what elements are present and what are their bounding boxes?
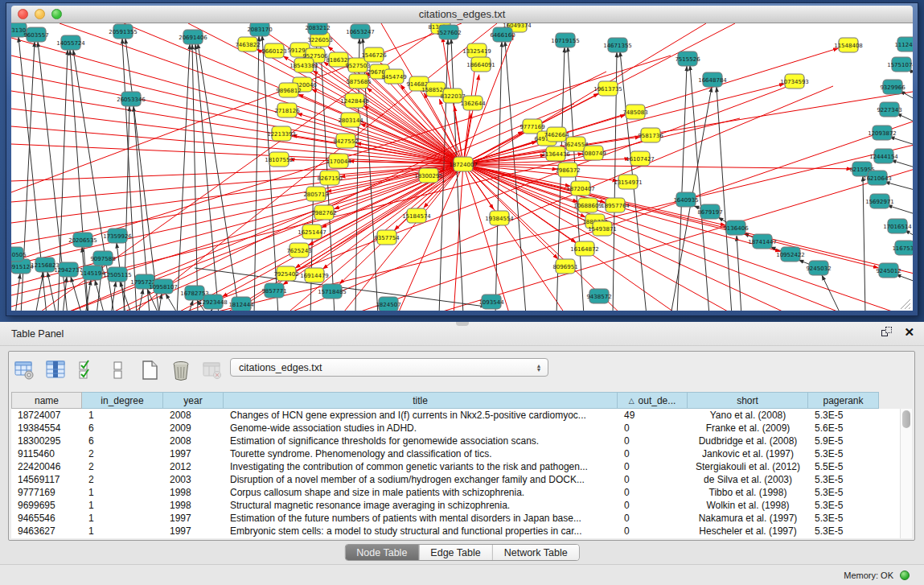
graph-node[interactable]: 1167533 <box>892 241 913 255</box>
graph-node[interactable]: 20691406 <box>179 30 207 44</box>
graph-node[interactable]: 1527602 <box>436 25 461 39</box>
graph-node[interactable]: 20206535 <box>68 233 97 247</box>
graph-node[interactable]: 10653247 <box>346 24 375 39</box>
column-header-out_de[interactable]: △out_de... <box>618 392 688 409</box>
graph-node[interactable]: 1362644 <box>460 96 486 110</box>
canvas-resize-grip-icon[interactable] <box>901 299 910 309</box>
close-panel-icon[interactable]: ✕ <box>904 327 914 338</box>
graph-node[interactable]: 9438572 <box>586 289 611 303</box>
table-row[interactable]: 946554611997Estimation of the future num… <box>11 512 910 525</box>
graph-node[interactable]: 10734593 <box>780 74 809 89</box>
clear-selection-icon[interactable] <box>108 360 129 381</box>
graph-node[interactable]: 5875685 <box>346 74 371 89</box>
column-header-title[interactable]: title <box>224 392 618 409</box>
graph-node[interactable]: 9245012 <box>876 263 901 278</box>
graph-node[interactable]: 7485083 <box>622 105 647 119</box>
show-columns-icon[interactable] <box>45 360 66 381</box>
tab-node-table[interactable]: Node Table <box>345 545 418 560</box>
new-file-icon[interactable] <box>139 360 160 381</box>
graph-node[interactable]: 1080749 <box>581 146 606 160</box>
table-panel-header[interactable]: Table Panel ✕ <box>0 322 924 346</box>
graph-node[interactable]: 9227343 <box>877 102 901 117</box>
table-row[interactable]: 1938455462009Genome-wide association stu… <box>11 422 910 435</box>
network-window-titlebar[interactable]: citations_edges.txt <box>11 6 913 23</box>
graph-node[interactable]: 10952422 <box>776 247 805 262</box>
graph-node[interactable]: 9896812 <box>276 83 301 97</box>
graph-node[interactable]: 7463822 <box>235 37 260 51</box>
graph-node[interactable]: 15751074 <box>887 57 913 72</box>
graph-node[interactable]: 13154971 <box>614 175 643 189</box>
graph-node[interactable]: 9603557 <box>23 27 48 42</box>
graph-node[interactable]: 8427552 <box>333 134 358 148</box>
graph-node[interactable]: 2083170 <box>247 23 272 36</box>
column-header-name[interactable]: name <box>11 392 82 409</box>
graph-node[interactable]: 26053346 <box>117 92 146 106</box>
graph-node[interactable]: 17359926 <box>103 229 132 243</box>
select-all-icon[interactable] <box>76 360 97 381</box>
graph-node[interactable]: 7986372 <box>555 163 580 177</box>
graph-node[interactable]: 1824507 <box>376 297 400 311</box>
table-header-row[interactable]: namein_degreeyeartitle△out_de...shortpag… <box>11 392 879 409</box>
graph-node[interactable]: 19384554 <box>485 211 514 225</box>
graph-node[interactable]: 7515526 <box>675 51 700 66</box>
graph-node[interactable]: 16251447 <box>298 225 326 239</box>
graph-node[interactable]: 9581736 <box>638 128 663 142</box>
graph-node[interactable]: 9857771 <box>261 283 286 298</box>
citation-network-graph[interactable]: 1872400774638229660123591295432260539527… <box>11 23 913 311</box>
table-row[interactable]: 977716911998Corpus callosum shape and si… <box>11 486 910 499</box>
table-row[interactable]: 946362711997Embryonic stem cells: a mode… <box>11 525 910 538</box>
graph-node[interactable]: 14055724 <box>56 35 85 50</box>
tab-network-table[interactable]: Network Table <box>492 545 579 560</box>
graph-node[interactable]: 2805713 <box>303 187 328 201</box>
graph-node[interactable]: 7982762 <box>311 205 336 220</box>
graph-node[interactable]: 2803144 <box>338 113 363 127</box>
table-row[interactable]: 911546021997Tourette syndrome. Phenomeno… <box>11 447 910 460</box>
graph-node[interactable]: 2083212 <box>305 23 330 35</box>
graph-node[interactable]: 8454749 <box>381 69 406 84</box>
delete-trash-icon[interactable] <box>170 360 191 381</box>
graph-node[interactable]: 8679197 <box>697 204 722 219</box>
table-row[interactable]: 2242004622012Investigating the contribut… <box>11 460 910 473</box>
graph-node[interactable]: 1812444 <box>228 297 254 311</box>
memory-ok-icon[interactable] <box>900 571 910 580</box>
graph-node[interactable]: 18957764 <box>601 198 630 212</box>
graph-node[interactable]: 7462664 <box>544 127 569 142</box>
network-view-window[interactable]: citations_edges.txt 18724007746382296601… <box>6 3 918 315</box>
graph-node[interactable]: 8096951 <box>552 259 577 274</box>
graph-node[interactable]: 18664091 <box>466 57 495 72</box>
graph-node[interactable]: 8267150 <box>317 171 342 185</box>
graph-node[interactable]: 14671355 <box>603 38 632 52</box>
graph-node[interactable]: 9357754 <box>374 230 400 245</box>
graph-node[interactable]: 6466160 <box>490 27 515 42</box>
graph-node[interactable]: 7625243 <box>286 243 311 257</box>
graph-node[interactable]: 15184574 <box>402 208 431 223</box>
network-canvas[interactable]: 1872400774638229660123591295432260539527… <box>11 23 913 311</box>
graph-node[interactable]: 9097588 <box>90 251 115 266</box>
graph-node[interactable]: 9660123 <box>261 43 286 58</box>
table-row[interactable]: 969969511998Structural magnetic resonanc… <box>11 499 910 512</box>
graph-node[interactable]: 1093544 <box>478 295 504 309</box>
column-header-in_degree[interactable]: in_degree <box>82 392 163 409</box>
table-selector-dropdown[interactable]: citations_edges.txt ▲▼ <box>230 358 548 377</box>
graph-node[interactable]: 9329966 <box>880 80 906 94</box>
table-row[interactable]: 1830029562008Estimation of significance … <box>11 435 910 447</box>
graph-node[interactable]: 13325419 <box>462 43 491 58</box>
graph-node[interactable]: 11548408 <box>834 38 863 52</box>
table-body[interactable]: 1872400712008Changes of HCN gene express… <box>11 409 910 538</box>
graph-node[interactable]: 12213393 <box>267 126 296 141</box>
graph-node[interactable]: 16648784 <box>698 72 727 87</box>
graph-node[interactable]: 1546726 <box>361 47 387 62</box>
graph-node[interactable]: 1112486 <box>894 37 913 51</box>
graph-node[interactable]: 20591355 <box>109 24 138 39</box>
graph-node[interactable]: 9245032 <box>806 261 831 275</box>
column-header-pagerank[interactable]: pagerank <box>808 392 879 409</box>
table-row[interactable]: 1456911722003Disruption of a novel membe… <box>11 473 910 486</box>
scrollbar-thumb[interactable] <box>902 410 910 428</box>
table-settings-icon[interactable] <box>14 360 35 381</box>
table-row[interactable]: 1872400712008Changes of HCN gene express… <box>11 409 910 422</box>
column-header-year[interactable]: year <box>163 392 224 409</box>
graph-node[interactable]: 2718126 <box>274 103 300 117</box>
graph-node[interactable]: 17016514 <box>883 219 912 233</box>
graph-node[interactable]: 10719155 <box>551 33 580 47</box>
nodes-layer[interactable]: 1872400774638229660123591295432260539527… <box>11 23 913 311</box>
